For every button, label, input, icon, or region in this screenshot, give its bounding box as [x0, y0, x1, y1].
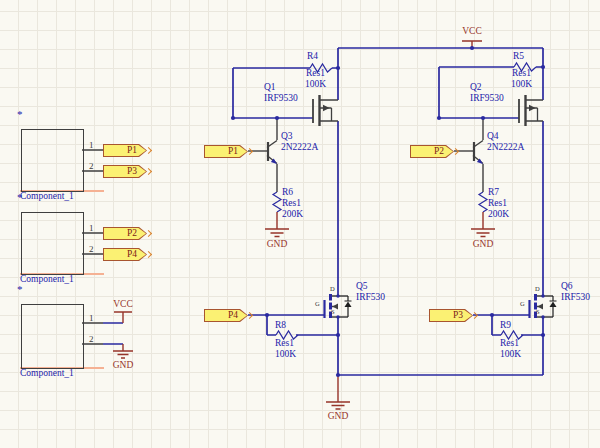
block2-designator: Component_1 — [20, 275, 74, 285]
block1-marker: * — [17, 109, 23, 120]
r5-value-label: 100K — [511, 80, 532, 90]
port-p1-label: P1 — [204, 145, 248, 158]
r8-lib-label: Res1 — [275, 339, 294, 349]
q6-source-pin-label: S — [536, 309, 540, 316]
q5-type-label: IRF530 — [356, 293, 385, 303]
block1-pin2-number: 2 — [89, 162, 94, 171]
r8-value-label: 100K — [275, 350, 296, 360]
port-p3-label: P3 — [429, 309, 473, 322]
q3-type-label: 2N2222A — [281, 143, 318, 153]
q5-gate-pin-label: G — [315, 301, 320, 308]
block2-marker: * — [17, 192, 23, 203]
q6-body-diode — [550, 302, 557, 308]
q3-ref-label: Q3 — [281, 132, 293, 142]
r4-lib-label: Res1 — [306, 69, 325, 79]
block3-pin2-number: 2 — [89, 335, 94, 344]
block3-marker: * — [17, 284, 23, 295]
port-p3-label: P3 — [103, 165, 147, 178]
gnd-label-bottom: GND — [328, 412, 349, 422]
resistor-r7-symbol[interactable] — [479, 192, 487, 212]
q2-ref-label: Q2 — [470, 83, 482, 93]
r4-ref-label: R4 — [307, 52, 318, 62]
q5-source-pin-label: S — [331, 309, 335, 316]
block2-pin2-number: 2 — [89, 245, 94, 254]
q5-body-diode — [345, 302, 352, 308]
component-block-1[interactable] — [21, 129, 84, 192]
port-p3-block[interactable]: P3 — [103, 165, 147, 178]
mosfet-q2-symbol[interactable] — [519, 95, 543, 126]
q2-arrow — [529, 105, 536, 111]
q1-arrow — [323, 105, 330, 111]
port-p2-circuit[interactable]: P2 — [410, 145, 454, 158]
port-p4-label: P4 — [103, 248, 147, 261]
port-p4-label: P4 — [204, 309, 248, 322]
vcc-bar-block[interactable] — [114, 312, 132, 323]
port-p1-label: P1 — [103, 144, 147, 157]
r8-ref-label: R8 — [275, 321, 286, 331]
q2-type-label: IRF9530 — [470, 94, 504, 104]
r5-ref-label: R5 — [513, 52, 524, 62]
gnd-symbol-block[interactable] — [113, 344, 133, 358]
resistor-r6-symbol[interactable] — [273, 192, 281, 212]
q1-type-label: IRF9530 — [264, 94, 298, 104]
block3-pin1-number: 1 — [89, 314, 94, 323]
component-block-2[interactable] — [21, 212, 84, 275]
component-block-3[interactable] — [21, 304, 84, 369]
vcc-label-block: VCC — [113, 300, 133, 310]
port-p4-block[interactable]: P4 — [103, 248, 147, 261]
bjt-q3-symbol[interactable] — [248, 118, 277, 192]
q6-ref-label: Q6 — [561, 282, 573, 292]
port-p1-block[interactable]: P1 — [103, 144, 147, 157]
q6-gate-pin-label: G — [520, 301, 525, 308]
q5-ref-label: Q5 — [356, 282, 368, 292]
gnd-symbol-bottom[interactable] — [326, 375, 350, 409]
block2-pin1-number: 1 — [89, 224, 94, 233]
r7-lib-label: Res1 — [488, 199, 507, 209]
r6-value-label: 200K — [282, 210, 303, 220]
q4-ref-label: Q4 — [487, 132, 499, 142]
q1-ref-label: Q1 — [264, 83, 276, 93]
port-p3-circuit[interactable]: P3 — [429, 309, 473, 322]
r6-ref-label: R6 — [282, 188, 293, 198]
r5-lib-label: Res1 — [512, 69, 531, 79]
r9-lib-label: Res1 — [500, 339, 519, 349]
q4-type-label: 2N2222A — [487, 143, 524, 153]
r6-lib-label: Res1 — [282, 199, 301, 209]
port-p1-circuit[interactable]: P1 — [204, 145, 248, 158]
block1-designator: Component_1 — [20, 192, 74, 202]
schematic-canvas: * 1 2 Component_1 P1 P3 * 1 2 Component_… — [0, 0, 600, 448]
block3-designator: Component_1 — [20, 369, 74, 379]
r7-ref-label: R7 — [488, 188, 499, 198]
q6-type-label: IRF530 — [561, 293, 590, 303]
port-p2-label: P2 — [410, 145, 454, 158]
block1-pin1-number: 1 — [89, 141, 94, 150]
r9-ref-label: R9 — [500, 321, 511, 331]
port-p2-label: P2 — [103, 227, 147, 240]
r7-value-label: 200K — [488, 210, 509, 220]
vcc-label-top: VCC — [462, 27, 482, 37]
gnd-label-block: GND — [113, 361, 134, 371]
q5-drain-pin-label: D — [330, 286, 335, 293]
gnd-label-mid-left: GND — [267, 240, 288, 250]
bjt-q4-symbol[interactable] — [454, 118, 483, 192]
q6-drain-pin-label: D — [535, 286, 540, 293]
gnd-label-mid-right: GND — [473, 240, 494, 250]
r4-value-label: 100K — [305, 80, 326, 90]
port-p4-circuit[interactable]: P4 — [204, 309, 248, 322]
port-p2-block[interactable]: P2 — [103, 227, 147, 240]
r9-value-label: 100K — [500, 350, 521, 360]
mosfet-q1-symbol[interactable] — [313, 95, 338, 126]
